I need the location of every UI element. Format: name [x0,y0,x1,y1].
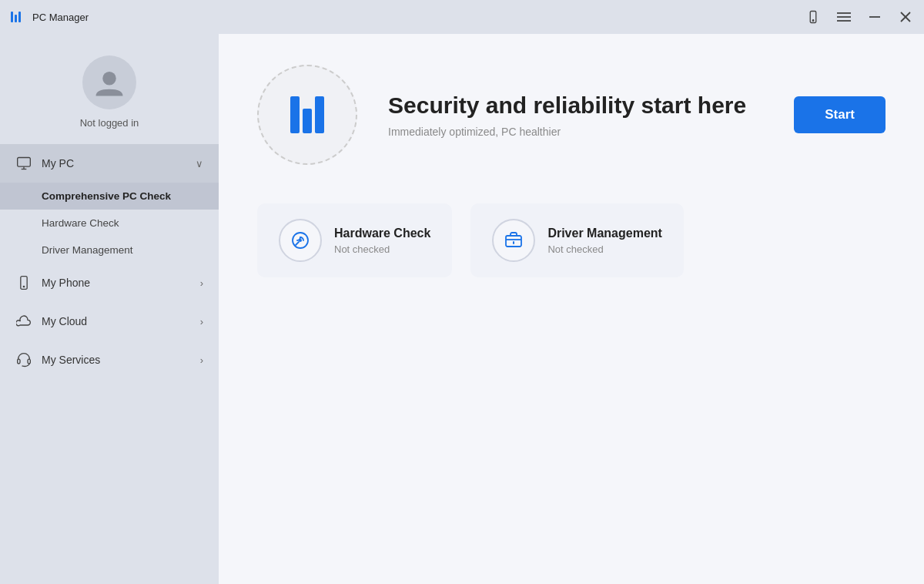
svg-point-4 [812,20,814,22]
my-pc-chevron: ∨ [196,158,203,169]
hero-logo [290,96,324,133]
logo-bar-1 [290,96,300,133]
phone-icon [15,274,32,291]
my-phone-label: My Phone [42,277,191,289]
svg-rect-1 [15,15,17,22]
my-services-label: My Services [42,354,191,366]
svg-rect-12 [18,158,31,167]
app-title: PC Manager [32,12,89,23]
sidebar: Not logged in My PC ∨ Comprehensive PC C… [0,34,219,584]
sidebar-item-my-pc[interactable]: My PC ∨ [0,144,219,183]
svg-point-11 [102,72,116,86]
sidebar-item-hardware-check[interactable]: Hardware Check [0,210,219,237]
phone-button[interactable] [804,8,822,26]
cards-section: Hardware Check Not checked Driver Manage… [257,203,886,277]
driver-management-card-status: Not checked [547,243,662,255]
hardware-check-icon [290,230,311,251]
app-logo-icon [9,8,26,25]
hero-logo-circle [257,65,357,165]
hero-section: Security and reliability start here Imme… [257,65,886,165]
hero-text: Security and reliability start here Imme… [388,92,763,138]
my-phone-chevron: › [200,277,203,289]
my-pc-label: My PC [42,157,186,169]
user-status: Not logged in [80,117,139,129]
hardware-check-card[interactable]: Hardware Check Not checked [257,203,452,277]
driver-management-icon [503,230,524,251]
close-button[interactable] [896,8,915,26]
headset-icon [15,351,32,368]
driver-management-card[interactable]: Driver Management Not checked [470,203,684,277]
sidebar-item-my-phone[interactable]: My Phone › [0,263,219,302]
menu-button[interactable] [835,8,853,26]
my-cloud-label: My Cloud [42,315,191,327]
monitor-icon [15,155,32,172]
hero-subtitle: Immediately optimized, PC healthier [388,126,763,138]
sidebar-item-my-services[interactable]: My Services › [0,341,219,379]
svg-rect-2 [18,12,21,22]
cloud-icon [15,313,32,330]
app-logo [9,8,26,25]
driver-management-icon-circle [492,219,535,262]
sidebar-item-driver-management[interactable]: Driver Management [0,237,219,263]
hardware-check-icon-circle [279,219,322,262]
hero-title: Security and reliability start here [388,92,763,119]
main-content: Security and reliability start here Imme… [219,34,924,584]
svg-rect-17 [18,359,20,364]
sidebar-item-my-cloud[interactable]: My Cloud › [0,302,219,341]
logo-bar-3 [315,96,324,133]
svg-rect-0 [11,12,13,22]
avatar-icon [93,66,126,99]
driver-management-card-title: Driver Management [547,227,662,240]
app-body: Not logged in My PC ∨ Comprehensive PC C… [0,34,924,584]
title-bar: PC Manager [0,0,924,34]
hardware-check-card-title: Hardware Check [334,227,430,240]
sidebar-item-comprehensive-pc-check[interactable]: Comprehensive PC Check [0,183,219,210]
minimize-button[interactable] [865,8,884,26]
my-services-chevron: › [200,354,203,366]
avatar [82,55,136,109]
start-button[interactable]: Start [794,96,886,133]
my-cloud-chevron: › [200,316,203,327]
title-bar-left: PC Manager [9,8,89,25]
svg-point-16 [23,286,24,287]
logo-bar-2 [303,109,312,133]
title-bar-controls [804,8,915,26]
svg-rect-18 [28,359,30,364]
driver-management-card-text: Driver Management Not checked [547,227,662,255]
hardware-check-card-status: Not checked [334,243,430,255]
hardware-check-card-text: Hardware Check Not checked [334,227,430,255]
user-section: Not logged in [0,34,219,144]
